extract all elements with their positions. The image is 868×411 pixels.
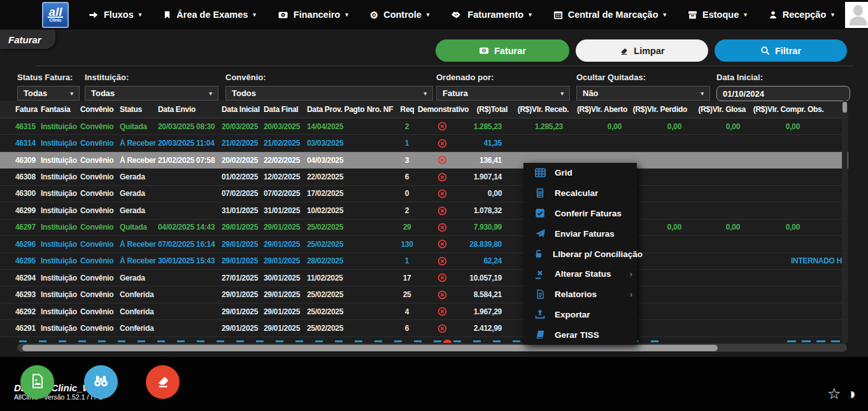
eraser-fab-button[interactable] — [146, 365, 180, 399]
action-buttons: Faturar Limpar Filtrar — [436, 39, 847, 62]
allclinic-logo[interactable]: all Clinic — [42, 2, 69, 28]
table-row-46291[interactable]: 46291InstituiçãoConvênioConferida29/01/2… — [0, 320, 848, 337]
horizontal-scrollbar[interactable] — [17, 344, 847, 352]
table-row-46309[interactable]: 46309InstituiçãoConvênioÀ Receber21/02/2… — [0, 152, 848, 169]
cell-convenio: Convênio — [80, 307, 120, 316]
cell-data_inicial: 21/02/2025 — [222, 139, 264, 148]
menu-item-recalcular[interactable]: Recalcular — [523, 183, 637, 204]
cell-fatura: 46292 — [15, 307, 41, 316]
cell-data_prov_pagto: 10/02/2025 — [307, 206, 367, 215]
cell-status: Gerada — [120, 206, 158, 215]
cell-total: 1.907,14 — [469, 172, 509, 181]
navbar-item-faturamento[interactable]: Faturamento▾ — [440, 0, 542, 29]
filter-label: Ocultar Quitadas: — [576, 73, 710, 82]
table-row-46296[interactable]: 46296InstituiçãoConvênioÀ Receber07/02/2… — [0, 236, 848, 253]
cell-data_final: 21/02/2025 — [264, 139, 307, 148]
vertical-scrollbar-thumb[interactable] — [843, 102, 847, 113]
divider — [36, 66, 853, 66]
x-circle-icon — [438, 172, 447, 182]
cell-fatura: 46308 — [15, 172, 41, 181]
instituicao-select[interactable]: Todas▾ — [85, 86, 218, 101]
navbar-item-recepcao[interactable]: Recepção▾ — [758, 0, 845, 29]
cell-data_inicial: 29/01/2025 — [222, 240, 264, 249]
cell-fatura: 46293 — [15, 290, 41, 299]
cell-req: 6 — [399, 172, 418, 181]
menu-item-exportar[interactable]: Exportar — [523, 304, 637, 324]
column-header-demonstrativo: Demonstrativo — [418, 105, 469, 114]
navbar-item-controle[interactable]: ⚙Controle▾ — [359, 0, 441, 29]
table-row-46315[interactable]: 46315InstituiçãoConvênioQuitada20/03/202… — [0, 118, 848, 135]
x-circle-icon — [418, 256, 469, 266]
filter-convenio: Convênio:Todos▾ — [225, 73, 433, 101]
tab-faturar[interactable]: Faturar — [0, 30, 55, 49]
table-row-46300[interactable]: 46300InstituiçãoConvênioGerada07/02/2025… — [0, 186, 848, 202]
x-circle-icon — [438, 324, 447, 333]
table-row-46292[interactable]: 46292InstituiçãoConvênioConferida29/01/2… — [0, 303, 848, 320]
cell-data_final: 22/02/2025 — [264, 156, 307, 165]
column-header-fatura: Fatura — [15, 105, 41, 114]
table-row-partial[interactable] — [15, 338, 842, 343]
navbar-item-fluxos[interactable]: Fluxos▾ — [78, 0, 152, 29]
x-circle-icon — [418, 206, 469, 215]
x-circle-icon — [418, 239, 469, 249]
cell-status: Conferida — [120, 307, 158, 316]
navbar-item-financeiro[interactable]: Financeiro▾ — [267, 0, 359, 29]
filter-instituicao: Instituição:Todas▾ — [85, 73, 218, 101]
cell-fatura: 46314 — [15, 139, 41, 148]
navbar-item-central-de-marcacao[interactable]: Central de Marcação▾ — [543, 0, 677, 29]
cell-fantasia: Instituição — [41, 206, 80, 215]
menu-item-grid[interactable]: Grid — [523, 163, 637, 183]
file-image-fab-button[interactable] — [20, 365, 54, 399]
data-inicial-input[interactable]: 01/10/2024 — [716, 86, 850, 101]
cell-total: 28.839,80 — [469, 240, 509, 249]
cell-req: 130 — [399, 240, 418, 249]
star-icon[interactable]: ☆ — [827, 386, 841, 402]
report-icon — [534, 289, 546, 300]
user-menu[interactable]: ▾ — [845, 2, 868, 28]
cell-convenio: Convênio — [80, 274, 120, 282]
navbar-item-label: Fluxos — [104, 10, 134, 20]
navbar-item-estoque[interactable]: Estoque▾ — [677, 0, 758, 29]
contrast-icon[interactable]: ◑ — [847, 386, 857, 402]
column-header-data_prov_pagto: Data Prov. Pagto — [307, 105, 367, 114]
ordenado-por-select[interactable]: Fatura▾ — [436, 86, 570, 101]
table-row-46294[interactable]: 46294InstituiçãoConvênioGerada27/01/2025… — [0, 270, 848, 286]
binoculars-fab-button[interactable] — [84, 365, 118, 399]
navbar-item-area-de-exames[interactable]: Área de Exames▾ — [152, 0, 267, 29]
horizontal-scrollbar-thumb[interactable] — [22, 345, 718, 351]
logo-subtext: Clinic — [49, 18, 61, 23]
filtrar-button[interactable]: Filtrar — [715, 39, 847, 62]
menu-item-alterar-status[interactable]: Alterar Status› — [523, 264, 637, 284]
chevron-down-icon: ▾ — [253, 11, 256, 18]
table-row-46314[interactable]: 46314InstituiçãoConvênioÀ Receber20/03/2… — [0, 135, 848, 151]
navbar-item-label: Controle — [383, 10, 422, 20]
convenio-select[interactable]: Todos▾ — [225, 86, 433, 101]
table-row-46297[interactable]: 46297InstituiçãoConvênioQuitada04/02/202… — [0, 219, 848, 236]
navbar-item-label: Área de Exames — [176, 10, 248, 20]
chevron-down-icon: ▾ — [529, 11, 532, 18]
cell-data_envio: 07/02/2025 16:14 — [158, 240, 222, 249]
table-row-46293[interactable]: 46293InstituiçãoConvênioConferida29/01/2… — [0, 286, 848, 303]
cell-data_final: 29/01/2025 — [264, 240, 307, 249]
cell-data_inicial: 29/01/2025 — [222, 223, 264, 232]
vertical-scrollbar[interactable] — [842, 101, 848, 344]
faturar-button[interactable]: Faturar — [436, 39, 569, 62]
ocultar-quitadas-select[interactable]: Não▾ — [576, 86, 710, 101]
menu-item-relatorios[interactable]: Relatorios› — [523, 284, 637, 305]
cell-data_prov_pagto: 17/02/2025 — [307, 189, 367, 198]
cell-convenio: Convênio — [80, 223, 120, 232]
status-fatura-select[interactable]: Todas▾ — [17, 86, 80, 101]
chevron-down-icon: ▾ — [209, 90, 212, 97]
context-menu: GridRecalcularConferir FaturasEnviar Fat… — [523, 163, 637, 345]
menu-item-conferir-faturas[interactable]: Conferir Faturas — [523, 204, 637, 224]
x-circle-icon — [438, 223, 447, 232]
table-row-46308[interactable]: 46308InstituiçãoConvênioGerada01/02/2025… — [0, 169, 848, 185]
menu-item-enviar-faturas[interactable]: Enviar Faturas — [523, 223, 637, 244]
table-row-46299[interactable]: 46299InstituiçãoConvênioGerada31/01/2025… — [0, 202, 848, 219]
cell-total: 1.078,32 — [469, 206, 509, 215]
cell-fantasia: Instituição — [41, 324, 80, 333]
table-row-46295[interactable]: 46295InstituiçãoConvênioÀ Receber30/01/2… — [0, 253, 848, 270]
limpar-button[interactable]: Limpar — [576, 39, 708, 62]
menu-item-liberar-p-conciliacao[interactable]: LIberar p/ Conciliação — [523, 244, 637, 264]
menu-item-gerar-tiss[interactable]: Gerar TISS — [523, 324, 637, 345]
